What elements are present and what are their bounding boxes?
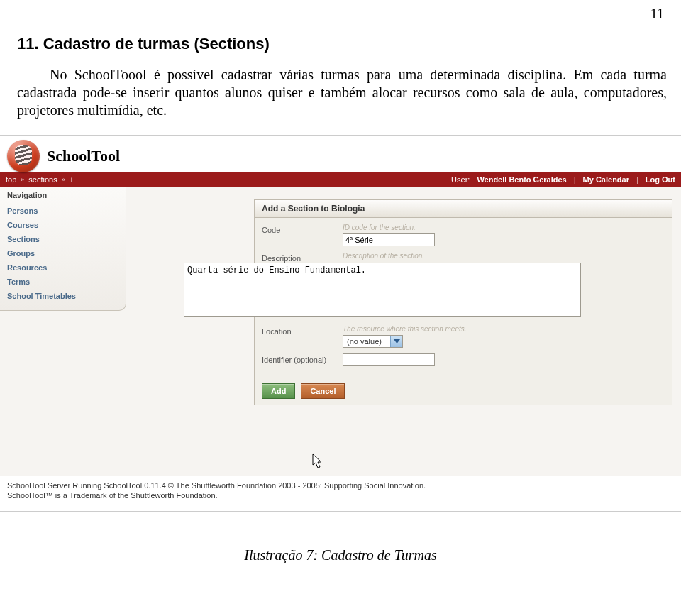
svg-marker-1 (313, 454, 321, 468)
form-title: Add a Section to Biologia (255, 200, 672, 218)
add-button[interactable]: Add (262, 383, 295, 399)
top-bar-separator: | (574, 175, 576, 184)
top-bar-right: User: Wendell Bento Geraldes | My Calend… (451, 175, 675, 184)
breadcrumb-sections[interactable]: sections (28, 175, 57, 184)
log-out-link[interactable]: Log Out (646, 175, 675, 184)
sidebar-item-school-timetables[interactable]: School Timetables (7, 289, 118, 303)
user-name: Wendell Bento Geraldes (477, 175, 566, 184)
code-label: Code (262, 224, 337, 234)
doc-heading: 11. Cadastro de turmas (Sections) (0, 26, 681, 66)
mouse-cursor-icon (312, 453, 323, 471)
breadcrumb-sep-icon: » (62, 176, 65, 183)
sidebar: Navigation Persons Courses Sections Grou… (0, 187, 126, 476)
form-row-identifier: Identifier (optional) (262, 353, 665, 366)
code-input[interactable] (343, 233, 435, 246)
identifier-input[interactable] (343, 353, 435, 366)
location-select[interactable]: (no value) (343, 335, 403, 348)
footer-line-1: SchoolTool Server Running SchoolTool 0.1… (7, 480, 674, 490)
app-header: SchoolTool (0, 136, 681, 172)
doc-paragraph-text: No SchoolToool é possível cadastrar vári… (17, 67, 667, 118)
location-select-value: (no value) (343, 336, 390, 347)
sidebar-item-persons[interactable]: Persons (7, 204, 118, 218)
breadcrumb-top[interactable]: top (6, 175, 16, 184)
app-title: SchoolTool (47, 147, 120, 165)
sidebar-item-terms[interactable]: Terms (7, 275, 118, 289)
sidebar-item-courses[interactable]: Courses (7, 218, 118, 232)
user-label: User: (451, 175, 470, 184)
breadcrumb-plus[interactable]: + (70, 175, 74, 184)
chevron-down-icon (390, 336, 402, 347)
code-hint: ID code for the section. (343, 224, 665, 233)
my-calendar-link[interactable]: My Calendar (583, 175, 629, 184)
breadcrumb-sep-icon: » (21, 176, 24, 183)
navigation-title: Navigation (7, 189, 118, 204)
cancel-button[interactable]: Cancel (301, 383, 345, 399)
description-hint: Description of the section. (343, 252, 665, 262)
navigation-box: Navigation Persons Courses Sections Grou… (0, 187, 126, 311)
sidebar-item-groups[interactable]: Groups (7, 246, 118, 260)
app-footer: SchoolTool Server Running SchoolTool 0.1… (0, 476, 681, 511)
form-panel: Add a Section to Biologia Code ID code f… (254, 199, 672, 405)
form-row-code: Code ID code for the section. (262, 224, 665, 246)
identifier-label: Identifier (optional) (262, 353, 337, 364)
app-screenshot: SchoolTool top » sections » + User: Wend… (0, 135, 681, 512)
svg-marker-0 (394, 339, 400, 343)
location-label: Location (262, 325, 337, 336)
footer-line-2: SchoolTool™ is a Trademark of the Shuttl… (7, 490, 674, 500)
content-area: Add a Section to Biologia Code ID code f… (126, 187, 681, 476)
form-row-description: Description Description of the section. (262, 252, 665, 318)
description-label: Description (262, 252, 337, 263)
figure-caption: Ilustração 7: Cadastro de Turmas (0, 512, 681, 572)
sidebar-item-sections[interactable]: Sections (7, 232, 118, 246)
app-body: Navigation Persons Courses Sections Grou… (0, 187, 681, 476)
top-bar: top » sections » + User: Wendell Bento G… (0, 172, 681, 187)
form-row-location: Location The resource where this section… (262, 325, 665, 348)
location-hint: The resource where this section meets. (343, 325, 665, 335)
sidebar-item-resources[interactable]: Resources (7, 260, 118, 275)
description-textarea[interactable] (184, 263, 581, 317)
doc-paragraph: No SchoolToool é possível cadastrar vári… (0, 66, 681, 129)
breadcrumb: top » sections » + (6, 175, 74, 184)
button-row: Add Cancel (255, 379, 672, 405)
top-bar-separator: | (636, 175, 638, 184)
app-logo-icon (7, 140, 40, 172)
page-number: 11 (0, 0, 681, 26)
